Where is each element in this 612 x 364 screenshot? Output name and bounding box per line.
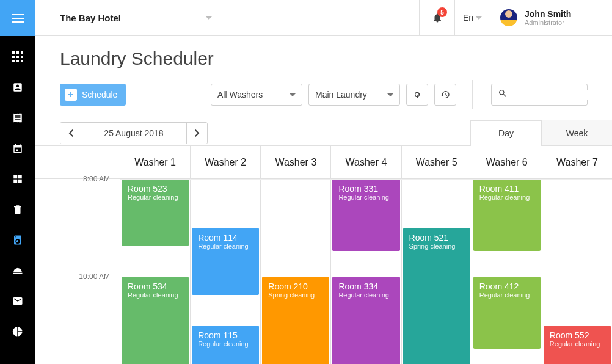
nav-analytics-icon[interactable] xyxy=(10,324,25,339)
scheduler-column[interactable]: Room 331Regular cleaningRoom 334Regular … xyxy=(330,179,401,364)
scheduler-event[interactable]: Room 412Regular cleaning xyxy=(473,277,541,349)
svg-rect-9 xyxy=(12,60,15,62)
event-title: Room 523 xyxy=(128,184,183,194)
nav-rail xyxy=(0,0,35,364)
event-subtitle: Regular cleaning xyxy=(479,291,534,299)
scheduler-column[interactable]: Room 411Regular cleaningRoom 412Regular … xyxy=(472,179,542,364)
refresh-button[interactable] xyxy=(406,84,428,106)
nav-contacts-icon[interactable] xyxy=(10,80,25,95)
menu-toggle-button[interactable] xyxy=(0,0,35,36)
scheduler-event[interactable]: Room 521Spring cleaning xyxy=(403,228,470,364)
event-title: Room 210 xyxy=(268,282,323,291)
event-subtitle: Regular cleaning xyxy=(128,291,183,299)
svg-rect-5 xyxy=(21,51,23,54)
column-header: Washer 4 xyxy=(330,146,401,178)
nav-delete-icon[interactable] xyxy=(10,202,25,217)
event-subtitle: Regular cleaning xyxy=(198,340,253,348)
hotel-selector[interactable]: The Bay Hotel xyxy=(35,0,227,35)
svg-rect-6 xyxy=(12,56,15,58)
column-header: Washer 5 xyxy=(401,146,472,178)
nav-mail-icon[interactable] xyxy=(10,294,25,308)
svg-rect-7 xyxy=(16,56,19,58)
scheduler-event[interactable]: Room 552Regular cleaning xyxy=(544,326,611,364)
nav-room-service-icon[interactable] xyxy=(10,263,25,278)
svg-rect-1 xyxy=(12,18,24,19)
event-subtitle: Spring cleaning xyxy=(268,291,323,299)
scheduler: Washer 1Washer 2Washer 3Washer 4Washer 5… xyxy=(35,146,612,364)
subbar: 25 August 2018 Day Week xyxy=(35,109,612,146)
avatar xyxy=(500,9,517,26)
page-title: Laundry Scheduler xyxy=(60,48,588,69)
scheduler-event[interactable]: Room 115Regular cleaning xyxy=(192,326,259,364)
time-label: 10:00 AM xyxy=(79,272,110,281)
svg-rect-11 xyxy=(21,60,23,62)
scheduler-column[interactable]: Room 552Regular cleaning xyxy=(542,179,612,364)
event-title: Room 331 xyxy=(338,184,393,194)
prev-day-button[interactable] xyxy=(60,123,81,144)
scheduler-column[interactable]: Room 523Regular cleaningRoom 534Regular … xyxy=(120,179,190,364)
svg-rect-3 xyxy=(12,51,15,54)
user-name: John Smith xyxy=(525,9,571,19)
scheduler-body[interactable]: 8:00 AM10:00 AM Room 523Regular cleaning… xyxy=(35,179,612,364)
toolbar: + Schedule All Washers Main Laundry xyxy=(35,69,612,109)
column-header: Washer 6 xyxy=(472,146,542,178)
schedule-button[interactable]: + Schedule xyxy=(60,84,126,106)
notification-count-badge: 5 xyxy=(437,7,447,17)
svg-rect-10 xyxy=(16,60,19,62)
event-subtitle: Regular cleaning xyxy=(479,194,534,201)
column-header: Washer 1 xyxy=(120,146,190,178)
scheduler-column[interactable]: Room 210Spring cleaning xyxy=(260,179,330,364)
washer-filter-value: All Washers xyxy=(217,90,263,100)
column-header: Washer 3 xyxy=(260,146,330,178)
notifications-button[interactable]: 5 xyxy=(419,0,454,35)
event-title: Room 521 xyxy=(409,233,464,242)
nav-calendar-icon[interactable] xyxy=(10,141,25,156)
chevron-down-icon xyxy=(206,16,212,20)
date-picker[interactable]: 25 August 2018 xyxy=(81,123,186,144)
scheduler-event[interactable]: Room 411Regular cleaning xyxy=(473,179,541,251)
nav-laundry-icon[interactable] xyxy=(10,233,25,247)
scheduler-column[interactable]: Room 521Spring cleaning xyxy=(401,179,472,364)
svg-rect-4 xyxy=(16,51,19,54)
scheduler-event[interactable]: Room 114Regular cleaning xyxy=(192,228,259,295)
washer-filter-select[interactable]: All Washers xyxy=(211,84,302,106)
svg-rect-2 xyxy=(12,21,24,23)
nav-receipt-icon[interactable] xyxy=(10,111,25,125)
next-day-button[interactable] xyxy=(186,123,207,144)
event-subtitle: Regular cleaning xyxy=(198,242,253,250)
nav-grid-icon[interactable] xyxy=(10,172,25,186)
scheduler-event[interactable]: Room 331Regular cleaning xyxy=(332,179,399,251)
scheduler-column[interactable]: Room 114Regular cleaningRoom 115Regular … xyxy=(190,179,260,364)
history-button[interactable] xyxy=(434,84,456,106)
event-subtitle: Regular cleaning xyxy=(338,194,393,201)
event-subtitle: Regular cleaning xyxy=(550,340,605,348)
scheduler-event[interactable]: Room 534Regular cleaning xyxy=(122,277,189,364)
plus-icon: + xyxy=(65,89,77,101)
search-field[interactable] xyxy=(491,84,588,106)
scheduler-event[interactable]: Room 210Spring cleaning xyxy=(262,277,329,364)
event-title: Room 114 xyxy=(198,233,253,242)
date-label: 25 August 2018 xyxy=(104,128,163,138)
user-menu[interactable]: John Smith Administrator xyxy=(490,0,612,35)
event-title: Room 334 xyxy=(338,282,393,291)
scheduler-event[interactable]: Room 523Regular cleaning xyxy=(122,179,189,246)
event-title: Room 115 xyxy=(198,330,253,340)
event-title: Room 411 xyxy=(479,184,534,194)
chevron-down-icon xyxy=(476,16,482,20)
language-selector[interactable]: En xyxy=(454,0,490,35)
view-tab-day[interactable]: Day xyxy=(470,120,541,145)
schedule-button-label: Schedule xyxy=(82,90,117,100)
location-filter-select[interactable]: Main Laundry xyxy=(308,84,400,106)
time-label: 8:00 AM xyxy=(83,175,110,183)
search-input[interactable] xyxy=(511,90,612,100)
svg-rect-8 xyxy=(21,56,23,58)
scheduler-event[interactable]: Room 334Regular cleaning xyxy=(332,277,399,364)
search-icon xyxy=(498,89,508,101)
event-title: Room 552 xyxy=(550,330,605,340)
nav-apps-icon[interactable] xyxy=(10,49,25,64)
view-tab-week[interactable]: Week xyxy=(541,120,612,145)
location-filter-value: Main Laundry xyxy=(315,90,367,100)
column-header: Washer 2 xyxy=(190,146,260,178)
event-subtitle: Regular cleaning xyxy=(338,291,393,299)
event-subtitle: Spring cleaning xyxy=(409,242,464,250)
